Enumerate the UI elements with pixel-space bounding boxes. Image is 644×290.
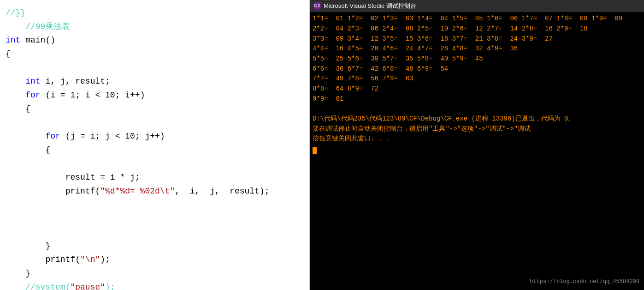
- console-line: 按任意键关闭此窗口. . .: [313, 134, 641, 144]
- console-body: 1*1= 01 1*2= 02 1*3= 03 1*4= 04 1*5= 05 …: [310, 12, 644, 290]
- console-line: 4*4= 16 4*5= 20 4*6= 24 4*7= 28 4*8= 32 …: [313, 44, 641, 54]
- console-line: 9*9= 81: [313, 94, 641, 104]
- console-line: D:\代码\代码235\代码123\89\CF\Debug\CF.exe (进程…: [313, 114, 641, 124]
- console-panel: C# Microsoft Visual Studio 调试控制台 1*1= 01…: [310, 0, 644, 290]
- console-line: 1*1= 01 1*2= 02 1*3= 03 1*4= 04 1*5= 05 …: [313, 14, 641, 24]
- vs-icon: C#: [313, 2, 321, 10]
- console-line: 8*8= 64 8*9= 72: [313, 84, 641, 94]
- console-line: 6*6= 36 6*7= 42 6*8= 48 6*9= 54: [313, 64, 641, 74]
- console-line: 5*5= 25 5*6= 30 5*7= 35 5*8= 40 5*9= 45: [313, 54, 641, 64]
- console-title: Microsoft Visual Studio 调试控制台: [324, 1, 416, 11]
- code-editor-panel: //}} //99乘法表 int main() { int i, j, resu…: [0, 0, 310, 290]
- console-line: [313, 104, 641, 114]
- console-line: 7*7= 49 7*8= 56 7*9= 63: [313, 74, 641, 84]
- console-cursor-line: [313, 144, 641, 154]
- code-content: //}} //99乘法表 int main() { int i, j, resu…: [0, 4, 309, 290]
- console-line: 要在调试停止时自动关闭控制台，请启用"工具"->"选项"->"调试"->"调试: [313, 124, 641, 134]
- console-line: 3*3= 09 3*4= 12 3*5= 15 3*6= 18 3*7= 21 …: [313, 34, 641, 44]
- console-output: 1*1= 01 1*2= 02 1*3= 03 1*4= 04 1*5= 05 …: [313, 14, 641, 154]
- console-line: 2*2= 04 2*3= 06 2*4= 08 2*5= 10 2*6= 12 …: [313, 24, 641, 34]
- console-url: https://blog.csdn.net/qq_45584298: [530, 278, 639, 286]
- console-titlebar: C# Microsoft Visual Studio 调试控制台: [310, 0, 644, 12]
